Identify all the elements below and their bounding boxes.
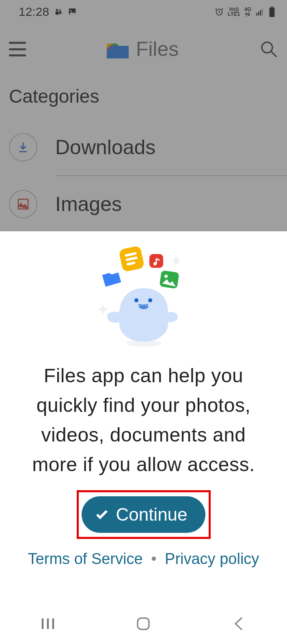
system-nav-bar (0, 605, 287, 644)
download-icon (9, 133, 37, 162)
svg-point-29 (143, 304, 146, 306)
svg-point-27 (138, 304, 141, 306)
svg-rect-8 (258, 12, 259, 15)
svg-rect-3 (59, 11, 62, 14)
svg-point-13 (262, 42, 272, 53)
svg-point-30 (146, 304, 148, 306)
separator-dot: • (151, 550, 156, 567)
svg-point-26 (148, 298, 152, 302)
nav-back-button[interactable] (231, 615, 248, 634)
svg-rect-2 (56, 11, 59, 15)
svg-rect-12 (270, 8, 275, 17)
privacy-policy-link[interactable]: Privacy policy (165, 550, 259, 567)
status-time: 12:28 (19, 5, 49, 19)
svg-rect-34 (138, 618, 149, 629)
continue-button[interactable]: Continue (82, 496, 205, 533)
svg-rect-9 (260, 10, 261, 15)
categories-section: Categories Downloads Images (9, 85, 287, 232)
network-lte-indicator: LTE1 (228, 12, 240, 17)
network-4g-indicator: 4G (244, 7, 251, 12)
continue-button-label: Continue (116, 504, 187, 525)
nav-recents-button[interactable] (39, 615, 56, 634)
svg-point-1 (59, 9, 61, 11)
data-arrows-icon (245, 12, 250, 17)
image-icon (9, 190, 37, 218)
teams-icon (54, 7, 63, 16)
terms-of-service-link[interactable]: Terms of Service (28, 550, 143, 567)
legal-links: Terms of Service • Privacy policy (0, 550, 287, 568)
category-images[interactable]: Images (9, 176, 287, 232)
illustration (0, 231, 287, 349)
search-button[interactable] (259, 40, 278, 58)
alarm-icon (215, 7, 224, 16)
svg-rect-10 (262, 9, 263, 15)
check-icon (95, 507, 109, 522)
svg-rect-11 (271, 6, 273, 8)
status-bar: 12:28 Vo)) LTE1 4G (0, 0, 287, 24)
svg-point-0 (56, 9, 58, 11)
svg-rect-7 (256, 13, 257, 15)
image-notification-icon (68, 7, 77, 16)
battery-icon (268, 6, 276, 17)
permission-message: Files app can help you quickly find your… (0, 349, 287, 480)
svg-point-28 (141, 304, 143, 306)
category-label: Images (55, 192, 287, 216)
svg-line-14 (271, 52, 276, 57)
svg-rect-22 (159, 270, 179, 289)
highlight-box: Continue (77, 490, 211, 539)
nav-home-button[interactable] (135, 615, 152, 634)
svg-point-5 (70, 10, 71, 11)
category-label: Downloads (55, 136, 287, 159)
category-downloads[interactable]: Downloads (9, 119, 287, 175)
permission-sheet: Files app can help you quickly find your… (0, 231, 287, 644)
app-title: Files (136, 37, 179, 61)
categories-heading: Categories (9, 85, 287, 107)
menu-icon[interactable] (9, 42, 26, 56)
files-logo-icon (107, 40, 129, 58)
signal-icon (255, 7, 264, 16)
app-bar: Files (0, 24, 287, 75)
svg-point-25 (134, 298, 138, 302)
